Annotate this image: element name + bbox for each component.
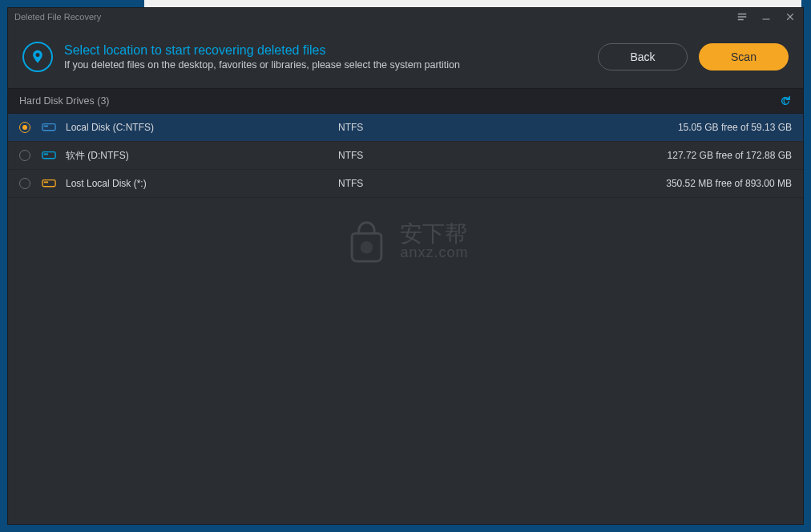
drive-list: Local Disk (C:NTFS) NTFS 15.05 GB free o… [8,114,803,524]
location-icon [22,42,53,72]
minimize-button[interactable] [760,10,773,23]
drive-row[interactable]: Lost Local Disk (*:) NTFS 350.52 MB free… [8,170,803,198]
drive-free-space: 350.52 MB free of 893.00 MB [579,178,792,189]
window-title: Deleted File Recovery [14,12,101,22]
menu-icon[interactable] [736,10,748,23]
refresh-icon[interactable] [779,95,792,107]
drive-filesystem: NTFS [338,122,579,133]
watermark: 安下帮 anxz.com [342,218,468,264]
svg-rect-5 [44,181,48,183]
drive-icon [42,122,56,133]
drive-filesystem: NTFS [338,150,579,161]
svg-rect-4 [42,180,55,187]
drive-row[interactable]: 软件 (D:NTFS) NTFS 127.72 GB free of 172.8… [8,142,803,170]
drive-name: 软件 (D:NTFS) [66,149,338,163]
drive-name: Local Disk (C:NTFS) [66,122,338,133]
titlebar: Deleted File Recovery [8,8,803,26]
drive-radio[interactable] [19,122,30,133]
section-header: Hard Disk Drives (3) [8,88,803,114]
back-button[interactable]: Back [598,43,688,71]
section-label: Hard Disk Drives (3) [19,95,110,107]
svg-point-6 [361,241,373,253]
app-window: Deleted File Recovery Select location to… [7,7,804,525]
header-subtitle: If you deleted files on the desktop, fav… [64,59,587,71]
close-button[interactable] [784,10,797,23]
drive-radio[interactable] [19,178,30,189]
svg-rect-1 [44,125,48,127]
svg-rect-0 [42,124,55,131]
header-title: Select location to start recovering dele… [64,43,587,58]
drive-icon [42,178,56,189]
drive-free-space: 127.72 GB free of 172.88 GB [579,150,792,161]
drive-free-space: 15.05 GB free of 59.13 GB [579,122,792,133]
drive-row[interactable]: Local Disk (C:NTFS) NTFS 15.05 GB free o… [8,114,803,142]
svg-rect-3 [44,153,48,155]
header: Select location to start recovering dele… [8,26,803,88]
svg-rect-2 [42,152,55,159]
drive-icon [42,150,56,161]
scan-button[interactable]: Scan [699,43,789,71]
drive-radio[interactable] [19,150,30,161]
drive-filesystem: NTFS [338,178,579,189]
drive-name: Lost Local Disk (*:) [66,178,338,189]
